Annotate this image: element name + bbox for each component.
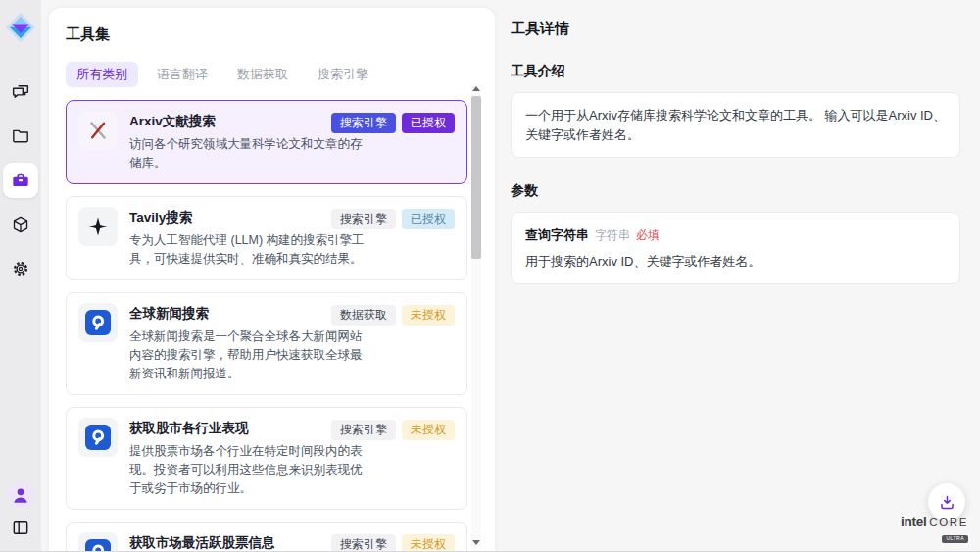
sidebar-item-settings gear-icon[interactable] [3, 251, 38, 286]
tab-语言翻译[interactable]: 语言翻译 [146, 62, 219, 87]
intro-section-title: 工具介绍 [511, 63, 960, 80]
news-app-blue-logo [78, 418, 118, 457]
sidebar-bottom [8, 482, 33, 539]
app-logo diamond-logo-icon [5, 12, 36, 43]
intel-brand-text: intel [901, 515, 926, 528]
auth-status-badge: 未授权 [402, 305, 455, 326]
sidebar-item-tools toolbox-icon[interactable] [3, 163, 38, 198]
tool-list-panel: 工具集 所有类别语言翻译数据获取搜索引擎 Arxiv文献搜索 访问各个研究领域大… [49, 8, 495, 551]
scroll-up-arrow-icon[interactable] [472, 86, 480, 91]
panel-layout-icon[interactable] [10, 518, 31, 539]
sidebar [0, 0, 41, 551]
sidebar-item-files folder-icon[interactable] [3, 119, 38, 154]
category-tabs: 所有类别语言翻译数据获取搜索引擎 [66, 62, 495, 87]
news-app-blue-logo [78, 303, 118, 342]
tool-card[interactable]: 获取股市各行业表现 提供股票市场各个行业在特定时间段内的表现。投资者可以利用这些… [66, 407, 467, 510]
intel-ultra-badge: ULTRA [942, 535, 968, 543]
param-required-flag: 必填 [636, 228, 660, 242]
category-badge: 搜索引擎 [331, 209, 396, 229]
news-app-blue-logo [78, 532, 118, 551]
tab-数据获取[interactable]: 数据获取 [226, 62, 299, 87]
intro-text: 一个用于从Arxiv存储库搜索科学论文和文章的工具。 输入可以是Arxiv ID… [525, 106, 946, 144]
detail-title: 工具详情 [511, 20, 960, 38]
param-card: 查询字符串字符串必填用于搜索的Arxiv ID、关键字或作者姓名。 [511, 212, 960, 284]
sidebar-item-models cube-icon[interactable] [3, 207, 38, 242]
tab-搜索引擎[interactable]: 搜索引擎 [307, 62, 379, 87]
scroll-down-arrow-icon[interactable] [472, 540, 480, 545]
tool-card[interactable]: Tavily搜索 专为人工智能代理 (LLM) 构建的搜索引擎工具，可快速提供实… [66, 196, 467, 280]
download-icon [938, 493, 956, 512]
intel-core-logo: intel CORE ULTRA [901, 515, 968, 544]
tool-detail-panel: 工具详情 工具介绍 一个用于从Arxiv存储库搜索科学论文和文章的工具。 输入可… [495, 0, 980, 551]
category-badge: 搜索引擎 [331, 534, 396, 551]
page-title: 工具集 [66, 25, 495, 44]
sidebar-item-chat chat-icon[interactable] [3, 75, 38, 110]
tool-cards: Arxiv文献搜索 访问各个研究领域大量科学论文和文章的存储库。 搜索引擎 已授… [66, 100, 467, 551]
app-window: 工具集 所有类别语言翻译数据获取搜索引擎 Arxiv文献搜索 访问各个研究领域大… [0, 0, 980, 552]
param-name: 查询字符串 [525, 227, 589, 242]
tool-card[interactable]: Arxiv文献搜索 访问各个研究领域大量科学论文和文章的存储库。 搜索引擎 已授… [66, 100, 467, 184]
tool-description: 专为人工智能代理 (LLM) 构建的搜索引擎工具，可快速提供实时、准确和真实的结… [129, 231, 368, 270]
category-badge: 搜索引擎 [331, 420, 396, 440]
sidebar-nav [3, 75, 38, 286]
auth-status-badge: 已授权 [402, 209, 455, 229]
params-section-title: 参数 [511, 182, 960, 200]
category-badge: 数据获取 [331, 305, 396, 326]
category-badge: 搜索引擎 [331, 113, 396, 133]
param-description: 用于搜索的Arxiv ID、关键字或作者姓名。 [525, 253, 946, 271]
tavily-star-logo [78, 207, 118, 246]
tab-所有类别[interactable]: 所有类别 [66, 62, 138, 87]
param-type: 字符串 [595, 228, 630, 242]
intel-product-text: CORE [929, 517, 968, 528]
auth-status-badge: 已授权 [402, 113, 455, 133]
user-avatar-icon[interactable] [8, 482, 33, 508]
arxiv-logo [78, 111, 118, 150]
tool-description: 提供股票市场各个行业在特定时间段内的表现。投资者可以利用这些信息来识别表现优于或… [129, 442, 368, 499]
auth-status-badge: 未授权 [402, 534, 455, 551]
auth-status-badge: 未授权 [402, 420, 455, 440]
tool-card[interactable]: 获取市场最活跃股票信息 提供当天交易量最高的股票列表，投资者可以利用这些信息来识… [66, 522, 467, 551]
tool-card[interactable]: 全球新闻搜索 全球新闻搜索是一个聚合全球各大新闻网站内容的搜索引擎，帮助用户快速… [66, 292, 467, 395]
params-list: 查询字符串字符串必填用于搜索的Arxiv ID、关键字或作者姓名。 [511, 212, 960, 284]
scrollbar-thumb[interactable] [471, 96, 481, 259]
tool-description: 访问各个研究领域大量科学论文和文章的存储库。 [129, 135, 368, 174]
scrollbar[interactable] [471, 84, 481, 547]
tool-description: 全球新闻搜索是一个聚合全球各大新闻网站内容的搜索引擎，帮助用户快速获取全球最新资… [129, 327, 368, 384]
intro-card: 一个用于从Arxiv存储库搜索科学论文和文章的工具。 输入可以是Arxiv ID… [511, 92, 960, 158]
